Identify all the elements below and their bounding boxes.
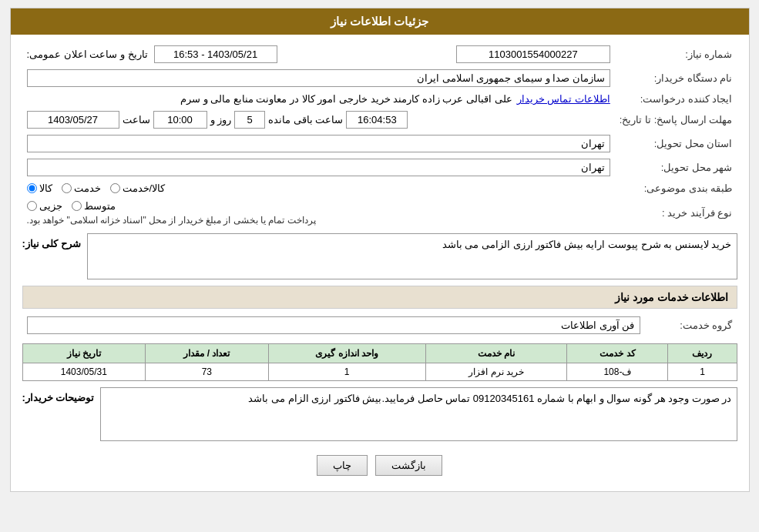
city-label: شهر محل تحویل: [615,156,737,179]
countdown-label: ساعت باقی مانده [268,114,343,125]
deadline-time-value: 10:00 [153,111,207,129]
col-header-row: ردیف [668,344,737,363]
requester-org-value: سازمان صدا و سیمای جمهوری اسلامی ایران [27,69,610,87]
city-value: تهران [27,159,610,176]
province-label: استان محل تحویل: [615,132,737,156]
buyer-notes-box: در صورت وجود هر گونه سوال و ابهام با شما… [100,387,737,441]
back-button[interactable]: بازگشت [375,455,442,476]
creator-contact-link[interactable]: اطلاعات تماس خریدار [517,93,610,105]
category-cell: کالا/خدمت خدمت کالا [22,179,615,197]
unit: 1 [268,363,425,381]
category-radio-kala-khidmat[interactable] [110,183,120,193]
service-group-cell: فن آوری اطلاعات [22,313,645,337]
buttons-row: بازگشت چاپ [22,447,737,483]
quantity: 73 [146,363,268,381]
page-title: جزئیات اطلاعات نیاز [331,15,428,28]
time-label: ساعت [123,114,150,125]
general-desc-value: خرید لایسنس به شرح پیوست ارایه بیش فاکتو… [442,239,732,250]
purchase-type-small[interactable]: جزیی [27,200,62,212]
need-number-label: شماره نیاز: [615,42,737,66]
day-label: روز و [210,114,232,125]
category-radio-kala[interactable] [27,183,37,193]
requester-org-cell: سازمان صدا و سیمای جمهوری اسلامی ایران [22,66,615,90]
kala-label: کالا [39,182,52,194]
service-group-label: گروه خدمت: [645,313,737,337]
col-header-code: کد خدمت [567,344,668,363]
category-kala[interactable]: کالا [27,182,52,194]
general-desc-box: خرید لایسنس به شرح پیوست ارایه بیش فاکتو… [87,233,737,279]
general-desc-label: شرح کلی نیاز: [22,233,82,249]
need-date: 1403/05/31 [22,363,146,381]
category-kala-khidmat[interactable]: کالا/خدمت [110,182,166,194]
col-header-date: تاریخ نیاز [22,344,146,363]
purchase-type-label: نوع فرآیند خرید : [615,197,737,229]
table-row: 1 ف-108 خرید نرم افزار 1 73 1403/05/31 [22,363,737,381]
service-group-table: گروه خدمت: فن آوری اطلاعات [22,313,737,337]
requester-org-label: نام دستگاه خریدار: [615,66,737,90]
send-deadline-label: مهلت ارسال پاسخ: تا تاریخ: [615,108,737,132]
province-cell: تهران [22,132,615,156]
province-value: تهران [27,135,610,152]
col-header-unit: واحد اندازه گیری [268,344,425,363]
city-cell: تهران [22,156,615,179]
buyer-notes-value: در صورت وجود هر گونه سوال و ابهام با شما… [248,393,731,404]
creator-cell: اطلاعات تماس خریدار علی اقبالی عرب زاده … [22,90,615,108]
col-header-name: نام خدمت [425,344,567,363]
row-number: 1 [668,363,737,381]
category-label: طبقه بندی موضوعی: [615,179,737,197]
service-code: ف-108 [567,363,668,381]
khidmat-label: خدمت [74,182,101,194]
creator-value: علی اقبالی عرب زاده کارمند خرید خارجی ام… [27,93,512,105]
service-name: خرید نرم افزار [425,363,567,381]
print-button[interactable]: چاپ [317,455,368,476]
purchase-type-radio-medium[interactable] [72,201,82,211]
deadline-date-value: 1403/05/27 [27,111,119,129]
need-number-value: 1103001554000227 [456,45,610,63]
purchase-type-medium[interactable]: متوسط [72,200,116,212]
medium-label: متوسط [84,200,116,212]
need-number-cell: 1103001554000227 1403/05/21 - 16:53 تاری… [22,42,615,66]
announce-label: تاریخ و ساعت اعلان عمومی: [27,49,148,60]
buyer-notes-label: توضیحات خریدار: [22,387,95,403]
kala-khidmat-label: کالا/خدمت [123,182,166,194]
purchase-type-note: پرداخت تمام یا بخشی از مبلغ خریدار از مح… [27,215,316,226]
info-table: شماره نیاز: 1103001554000227 1403/05/21 … [22,42,737,229]
small-label: جزیی [39,200,62,212]
category-khidmat[interactable]: خدمت [62,182,101,194]
page-header: جزئیات اطلاعات نیاز [11,8,749,35]
service-group-value: فن آوری اطلاعات [27,316,640,334]
days-value: 5 [234,111,265,129]
col-header-qty: تعداد / مقدار [146,344,268,363]
creator-label: ایجاد کننده درخواست: [615,90,737,108]
purchase-type-radio-small[interactable] [27,201,37,211]
services-section-title: اطلاعات خدمات مورد نیاز [22,286,737,309]
purchase-type-cell: متوسط جزیی پرداخت تمام یا بخشی از مبلغ خ… [22,197,615,229]
deadline-cell: 16:04:53 ساعت باقی مانده 5 روز و 10:00 س… [22,108,615,132]
countdown-input: 16:04:53 [346,111,408,129]
category-radio-khidmat[interactable] [62,183,72,193]
announce-value: 1403/05/21 - 16:53 [154,45,277,63]
services-table: ردیف کد خدمت نام خدمت واحد اندازه گیری ت… [22,343,737,381]
